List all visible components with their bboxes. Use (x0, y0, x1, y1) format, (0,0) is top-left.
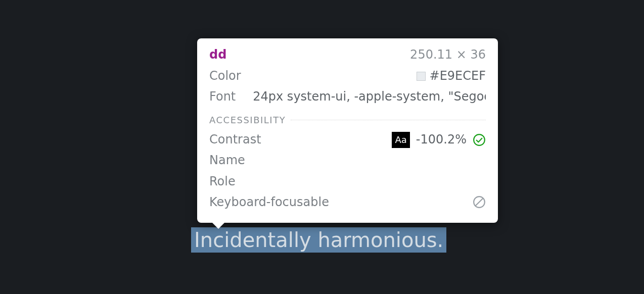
inspected-element-highlight: Incidentally harmonious. (191, 227, 446, 253)
color-row: Color #E9ECEF (209, 67, 486, 85)
contrast-row: Contrast Aa -100.2% (209, 130, 486, 149)
font-value: 24px system-ui, -apple-system, "Segoe… (253, 87, 486, 106)
keyboard-focusable-row: Keyboard-focusable (209, 193, 486, 212)
contrast-percentage: -100.2% (416, 130, 467, 149)
svg-line-2 (475, 199, 483, 206)
element-dimensions: 250.11 × 36 (410, 47, 486, 62)
section-divider-line (291, 120, 486, 120)
color-hex-value: #E9ECEF (430, 67, 486, 85)
font-row: Font 24px system-ui, -apple-system, "Seg… (209, 87, 486, 106)
element-tag-name: dd (209, 47, 226, 62)
color-label: Color (209, 67, 241, 85)
tooltip-header: dd 250.11 × 36 (209, 47, 486, 62)
tooltip-arrow (211, 222, 225, 229)
color-value-group: #E9ECEF (417, 67, 486, 85)
not-allowed-icon (473, 195, 486, 209)
contrast-label: Contrast (209, 130, 261, 149)
check-circle-icon (473, 133, 486, 146)
keyboard-focusable-value (473, 195, 486, 209)
inspector-tooltip: dd 250.11 × 36 Color #E9ECEF Font 24px s… (197, 38, 498, 223)
role-row: Role (209, 172, 486, 191)
font-label: Font (209, 87, 236, 106)
accessibility-section-header: ACCESSIBILITY (209, 115, 486, 125)
keyboard-focusable-label: Keyboard-focusable (209, 193, 329, 212)
highlighted-text-content: Incidentally harmonious. (194, 228, 443, 252)
contrast-sample-box: Aa (392, 132, 409, 148)
name-label: Name (209, 151, 245, 170)
color-swatch-icon (417, 72, 426, 81)
svg-point-0 (474, 134, 485, 145)
name-row: Name (209, 151, 486, 170)
accessibility-label: ACCESSIBILITY (209, 115, 286, 125)
role-label: Role (209, 172, 236, 191)
contrast-value-group: Aa -100.2% (392, 130, 486, 149)
